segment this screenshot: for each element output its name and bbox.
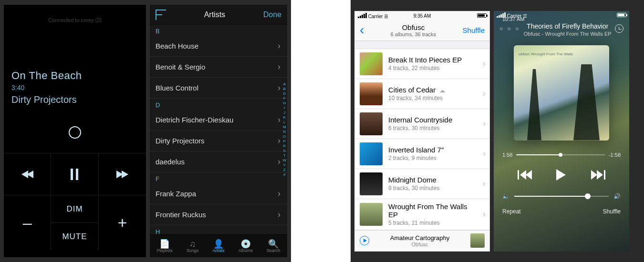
artist-row[interactable]: Frontier Ruckus› [150, 204, 287, 225]
album-title: Cities of Cedar ☁︎ [388, 86, 445, 94]
now-playing-bar[interactable]: Amateur Cartography Obfusc [355, 230, 489, 251]
artist-row[interactable]: Beach House› [150, 36, 287, 57]
index-letter[interactable]: N [282, 130, 286, 134]
previous-button[interactable] [4, 153, 51, 195]
pause-button[interactable] [51, 153, 98, 195]
shuffle-button[interactable]: Shuffle [603, 208, 621, 215]
menu-dots-icon[interactable]: ○ ○ ○ [499, 22, 520, 32]
album-row[interactable]: Wrought From The Walls EP5 tracks, 21 mi… [355, 199, 489, 230]
tab-label: Playlists [157, 248, 173, 253]
next-button[interactable] [591, 169, 604, 181]
chevron-right-icon: › [483, 179, 486, 189]
artist-name: Dirty Projectors [156, 137, 205, 145]
mute-button[interactable]: MUTE [51, 222, 98, 250]
album-artwork [360, 142, 383, 165]
status-time: 10:37 AM [494, 11, 629, 22]
album-subtitle: 5 tracks, 21 minutes [388, 220, 477, 226]
connection-status: Connected to corey (2) [4, 5, 146, 28]
volume-slider[interactable] [514, 196, 609, 197]
artist-row[interactable]: Dietrich Fischer-Dieskau› [150, 110, 287, 131]
section-header: F [150, 172, 287, 183]
albums-icon: 💿 [239, 240, 253, 248]
back-button[interactable]: ‹ [360, 23, 364, 37]
index-letter[interactable]: K [282, 115, 286, 120]
index-letter[interactable]: H [282, 101, 286, 105]
artist-row[interactable]: Frank Zappa› [150, 183, 287, 204]
artist-name: Frank Zappa [156, 190, 196, 198]
nav-bar: ‹ Obfusc 6 albums, 36 tracks Shuffle [355, 20, 489, 41]
album-row[interactable]: Cities of Cedar ☁︎10 tracks, 34 minutes› [355, 79, 489, 109]
history-icon[interactable] [615, 24, 623, 33]
app-logo-icon[interactable] [156, 10, 166, 20]
album-row[interactable]: Midnight Dome9 tracks, 30 minutes› [355, 169, 489, 199]
index-letter[interactable]: B [282, 87, 286, 91]
index-letter[interactable]: L [282, 120, 286, 124]
artist-name: Frontier Ruckus [156, 211, 206, 219]
index-letter[interactable]: D [282, 91, 286, 96]
index-letter[interactable]: P [282, 139, 286, 143]
shuffle-button[interactable]: Shuffle [463, 26, 485, 34]
index-letter[interactable]: I [282, 106, 286, 110]
npbar-subtitle: Obfusc [374, 242, 466, 247]
index-letter[interactable]: O [282, 134, 286, 139]
tab-playlists[interactable]: 📄Playlists [157, 240, 173, 253]
artist-row[interactable]: daedelus› [150, 151, 287, 172]
play-icon[interactable] [360, 236, 369, 245]
chevron-right-icon: › [278, 62, 280, 72]
index-letter[interactable]: R [282, 144, 286, 148]
index-letter[interactable]: # [282, 172, 286, 177]
index-letter[interactable]: A [282, 82, 286, 86]
remaining-time: -1:58 [609, 152, 621, 158]
transport-controls [494, 158, 629, 183]
tab-songs[interactable]: ♫Songs [187, 240, 199, 253]
tab-artists[interactable]: 👤Artists [212, 240, 224, 253]
index-letter[interactable]: W [282, 158, 286, 162]
album-list[interactable]: Break It Into Pieces EP4 tracks, 22 minu… [355, 41, 489, 230]
scrubber[interactable] [516, 154, 605, 155]
status-bar: Carrier ☰ 10:37 AM [494, 11, 629, 20]
index-letter[interactable]: Z [282, 168, 286, 172]
track-title: On The Beach [11, 70, 138, 82]
album-title: Wrought From The Walls EP [388, 202, 477, 219]
tab-label: Songs [187, 248, 199, 253]
play-button[interactable] [556, 169, 570, 181]
next-button[interactable] [99, 153, 146, 195]
index-letter[interactable]: S [282, 149, 286, 153]
record-circle-icon[interactable] [69, 126, 81, 139]
index-letter[interactable]: T [282, 153, 286, 158]
done-button[interactable]: Done [263, 10, 281, 19]
tab-albums[interactable]: 💿Albums [239, 240, 253, 253]
artist-row[interactable]: Blues Control› [150, 78, 287, 99]
record-button-row [4, 105, 146, 153]
artists-icon: 👤 [212, 240, 224, 248]
album-row[interactable]: Inverted Island 7"2 tracks, 9 minutes› [355, 139, 489, 169]
repeat-button[interactable]: Repeat [502, 208, 521, 215]
section-index[interactable]: ABDFHIJKLMNOPRSTWYZ# [282, 82, 286, 177]
layout-gap [291, 0, 351, 262]
tab-search[interactable]: 🔍Search [267, 240, 280, 253]
index-letter[interactable]: Y [282, 163, 286, 167]
dim-button[interactable]: DIM [51, 195, 98, 222]
playlists-icon: 📄 [157, 240, 173, 248]
artists-list[interactable]: BBeach House›Benoit & Sergio›Blues Contr… [150, 25, 287, 234]
album-row[interactable]: Internal Countryside6 tracks, 30 minutes… [355, 109, 489, 139]
artists-screen: Artists Done BBeach House›Benoit & Sergi… [150, 5, 287, 257]
index-letter[interactable]: F [282, 96, 286, 101]
volume-down-button[interactable]: – [4, 195, 51, 250]
chevron-right-icon: › [278, 41, 280, 51]
artist-row[interactable]: Dirty Projectors› [150, 131, 287, 151]
status-bar: Carrier ☰ 9:35 AM [355, 11, 489, 20]
album-artwork[interactable]: obfusc Wrought From The Walls [514, 45, 609, 141]
chevron-right-icon: › [278, 210, 280, 220]
artist-row[interactable]: Benoit & Sergio› [150, 57, 287, 78]
cloud-icon: ☁︎ [437, 87, 445, 94]
track-artist: Dirty Projectors [11, 94, 138, 105]
status-time: 9:35 AM [355, 13, 489, 19]
chevron-right-icon: › [483, 119, 486, 129]
np-subtitle: Obfusc - Wrought From The Walls EP [520, 31, 615, 37]
index-letter[interactable]: M [282, 125, 286, 129]
volume-up-button[interactable]: + [99, 195, 146, 250]
album-row[interactable]: Break It Into Pieces EP4 tracks, 22 minu… [355, 49, 489, 79]
previous-button[interactable] [519, 169, 532, 181]
index-letter[interactable]: J [282, 111, 286, 115]
